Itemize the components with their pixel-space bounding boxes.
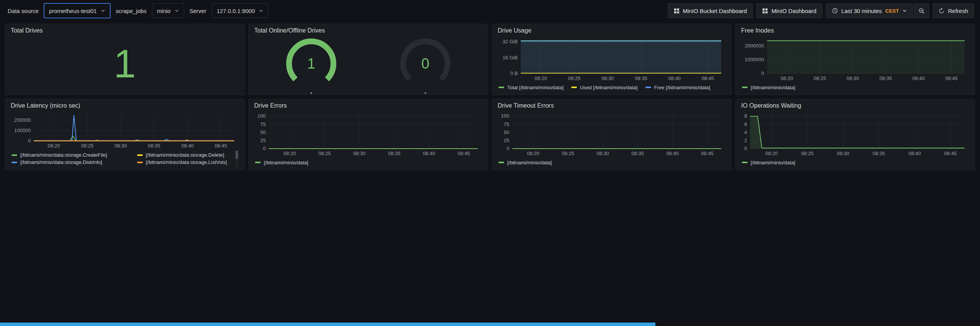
- free-inodes-chart[interactable]: 08:2008:2508:3008:3508:4008:452000000100…: [741, 35, 969, 83]
- scrape-jobs-label: scrape_jobs: [114, 8, 148, 14]
- panel-title[interactable]: Drive Usage: [498, 27, 726, 34]
- svg-text:08:30: 08:30: [353, 151, 366, 156]
- legend-item[interactable]: [/bitnami/minio/data:storage.CreateFile]: [11, 152, 129, 158]
- svg-text:08:40: 08:40: [423, 151, 435, 156]
- svg-text:08:35: 08:35: [635, 75, 647, 81]
- legend-scrollbar-thumb[interactable]: [235, 151, 238, 159]
- svg-text:08:35: 08:35: [148, 143, 160, 149]
- minio-dashboard-label: MinIO Dashboard: [771, 8, 817, 14]
- legend-series-marker: [137, 154, 143, 156]
- panel-title[interactable]: Total Drives: [11, 27, 239, 34]
- svg-text:08:30: 08:30: [114, 143, 127, 149]
- panel-title[interactable]: Drive Errors: [254, 102, 482, 109]
- legend-series-label: [/bitnami/minio/data:storage.Delete]: [146, 152, 224, 158]
- chevron-down-icon: [175, 8, 179, 13]
- panel-title[interactable]: Total Online/Offline Drives: [254, 27, 482, 34]
- bottom-blue-bar: [0, 323, 655, 326]
- svg-text:75: 75: [504, 121, 509, 127]
- legend-series-label: Total [/bitnami/minio/data]: [507, 85, 564, 90]
- svg-text:08:30: 08:30: [837, 151, 849, 156]
- svg-text:32 GiB: 32 GiB: [503, 39, 518, 44]
- gauge-offline-drives: 0: [397, 35, 454, 92]
- svg-text:0: 0: [506, 146, 509, 151]
- refresh-button[interactable]: Refresh: [933, 3, 974, 18]
- legend-item[interactable]: [/bitnami/minio/data]: [498, 160, 552, 165]
- minio-bucket-dashboard-label: MinIO Bucket Dashboard: [683, 8, 747, 14]
- panel-total-drives: Total Drives 1: [5, 24, 245, 95]
- svg-text:1000000: 1000000: [745, 57, 764, 62]
- minio-dashboard-button[interactable]: MinIO Dashboard: [756, 3, 822, 18]
- svg-text:08:20: 08:20: [781, 75, 793, 81]
- legend-item[interactable]: Used [/bitnami/minio/data]: [571, 85, 637, 90]
- server-value: 127.0.0.1:9000: [217, 8, 255, 14]
- svg-text:100: 100: [257, 113, 266, 119]
- io-operations-waiting-chart[interactable]: 08:2008:2508:3008:3508:4008:4586420: [741, 110, 969, 158]
- svg-text:0: 0: [263, 146, 266, 151]
- gauge-svg: 0: [397, 35, 454, 92]
- drive-errors-chart[interactable]: 08:2008:2508:3008:3508:4008:451007550250: [254, 110, 482, 158]
- refresh-icon: [939, 8, 944, 14]
- svg-text:100: 100: [501, 113, 509, 119]
- legend-series-label: Free [/bitnami/minio/data]: [654, 85, 710, 90]
- legend-item[interactable]: Total [/bitnami/minio/data]: [498, 85, 564, 90]
- legend-series-marker: [11, 162, 17, 163]
- gauge-svg: 1: [283, 35, 340, 92]
- legend-item[interactable]: [/bitnami/minio/data:storage.ListVols]: [137, 159, 233, 165]
- datasource-select[interactable]: prometheus-test01: [44, 3, 110, 18]
- legend-item[interactable]: [/bitnami/minio/data]: [742, 85, 795, 90]
- dashboard-panel-grid: Total Drives 1 Total Online/Offline Driv…: [0, 21, 980, 170]
- svg-text:08:40: 08:40: [666, 151, 679, 156]
- zoom-out-button[interactable]: [914, 3, 929, 18]
- gauge-cell-offline: 0: [368, 35, 482, 94]
- svg-text:8: 8: [744, 113, 747, 119]
- legend-item[interactable]: [/bitnami/minio/data:storage.Delete]: [137, 152, 233, 158]
- gauge-title-ellipsis: [425, 92, 426, 94]
- legend-item[interactable]: [/bitnami/minio/data]: [255, 160, 308, 165]
- scrape-jobs-value: minio: [157, 8, 171, 14]
- gauge-online-drives: 1: [283, 35, 340, 92]
- svg-text:08:45: 08:45: [701, 151, 714, 156]
- legend-series-marker: [645, 87, 651, 88]
- server-select[interactable]: 127.0.0.1:9000: [212, 3, 268, 18]
- svg-text:08:40: 08:40: [181, 143, 194, 149]
- panel-drive-usage: Drive Usage 08:2008:2508:3008:3508:4008:…: [492, 24, 732, 95]
- legend-series-label: Used [/bitnami/minio/data]: [580, 85, 637, 90]
- svg-text:08:25: 08:25: [562, 151, 574, 156]
- panel-title[interactable]: Drive Timeout Errors: [498, 102, 726, 109]
- scrape-jobs-select[interactable]: minio: [152, 3, 184, 18]
- panel-online-offline-drives: Total Online/Offline Drives 1 0: [248, 24, 488, 95]
- drive-latency-chart[interactable]: 08:2008:2508:3008:3508:4008:452000001000…: [11, 110, 239, 150]
- minio-bucket-dashboard-button[interactable]: MinIO Bucket Dashboard: [668, 3, 753, 18]
- legend-series-marker: [498, 87, 504, 88]
- legend-series-marker: [742, 87, 748, 88]
- refresh-label: Refresh: [948, 8, 968, 14]
- legend-item[interactable]: [/bitnami/minio/data]: [742, 160, 795, 165]
- drive-latency-legend: [/bitnami/minio/data:storage.CreateFile]…: [11, 150, 239, 167]
- legend-scrollbar[interactable]: [235, 151, 238, 167]
- svg-text:4: 4: [744, 129, 747, 135]
- legend-series-label: [/bitnami/minio/data:storage.DiskInfo]: [20, 159, 102, 165]
- svg-text:08:20: 08:20: [765, 151, 778, 156]
- panel-io-operations-waiting: IO Operations Waiting 08:2008:2508:3008:…: [735, 99, 975, 170]
- svg-text:0: 0: [28, 138, 31, 144]
- datasource-label: Data source: [6, 8, 40, 14]
- legend-series-marker: [498, 162, 504, 163]
- stat-value: 1: [11, 35, 239, 92]
- svg-text:08:45: 08:45: [457, 151, 470, 156]
- svg-text:08:35: 08:35: [388, 151, 400, 156]
- drive-timeout-errors-chart[interactable]: 08:2008:2508:3008:3508:4008:451007550250: [498, 110, 726, 158]
- panel-title[interactable]: Drive Latency (micro sec): [11, 102, 239, 109]
- svg-text:0 B: 0 B: [510, 70, 518, 76]
- panel-drive-errors: Drive Errors 08:2008:2508:3008:3508:4008…: [248, 99, 488, 170]
- svg-text:25: 25: [260, 138, 266, 143]
- svg-text:6: 6: [744, 121, 747, 127]
- drive_timeout_errors-svg: 08:2008:2508:3008:3508:4008:451007550250: [498, 110, 726, 158]
- legend-item[interactable]: Free [/bitnami/minio/data]: [645, 85, 710, 90]
- panel-title[interactable]: IO Operations Waiting: [741, 102, 969, 109]
- legend-series-label: [/bitnami/minio/data]: [751, 160, 795, 165]
- legend-item[interactable]: [/bitnami/minio/data:storage.DiskInfo]: [11, 159, 129, 165]
- drive-usage-chart[interactable]: 08:2008:2508:3008:3508:4008:4532 GiB16 G…: [498, 35, 726, 83]
- time-range-picker[interactable]: Last 30 minutes CEST: [826, 3, 913, 18]
- legend-series-marker: [255, 162, 261, 163]
- panel-title[interactable]: Free Inodes: [741, 27, 969, 34]
